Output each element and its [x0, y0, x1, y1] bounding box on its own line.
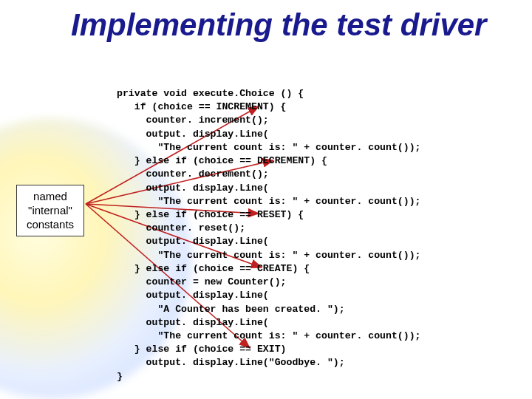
code-block: private void execute.Choice () { if (cho… [117, 87, 421, 383]
slide-title: Implementing the test driver [71, 9, 486, 41]
callout-named-constants: named "internal" constants [16, 185, 84, 236]
slide: Implementing the test driver named "inte… [0, 0, 532, 399]
